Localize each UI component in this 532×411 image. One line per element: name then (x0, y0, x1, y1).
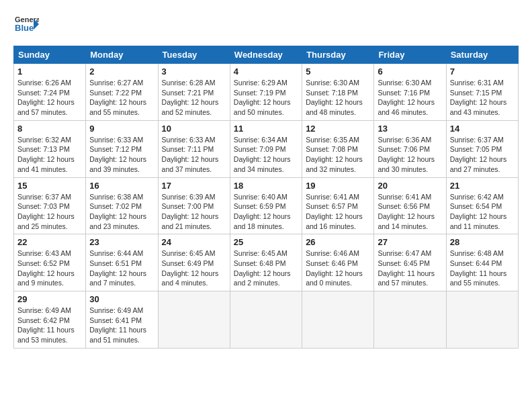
day-number: 10 (162, 124, 226, 134)
day-number: 6 (378, 66, 442, 77)
calendar-day-header: Friday (374, 46, 446, 64)
calendar-day-cell: 4 Sunrise: 6:29 AMSunset: 7:19 PMDayligh… (230, 64, 302, 121)
day-info: Sunrise: 6:33 AMSunset: 7:11 PMDaylight:… (162, 135, 226, 175)
calendar-day-cell (230, 291, 302, 349)
day-number: 3 (162, 66, 226, 77)
calendar-day-header: Wednesday (230, 46, 302, 64)
day-number: 8 (17, 124, 82, 134)
day-number: 11 (234, 124, 298, 134)
calendar-day-cell: 2 Sunrise: 6:27 AMSunset: 7:22 PMDayligh… (86, 64, 158, 121)
calendar-day-cell: 23 Sunrise: 6:44 AMSunset: 6:51 PMDaylig… (86, 234, 158, 291)
svg-text:Blue: Blue (15, 23, 34, 33)
day-number: 27 (378, 237, 442, 247)
calendar-day-cell: 12 Sunrise: 6:35 AMSunset: 7:08 PMDaylig… (302, 120, 374, 177)
day-info: Sunrise: 6:40 AMSunset: 6:59 PMDaylight:… (234, 192, 298, 232)
day-info: Sunrise: 6:33 AMSunset: 7:12 PMDaylight:… (89, 135, 154, 175)
day-info: Sunrise: 6:46 AMSunset: 6:46 PMDaylight:… (306, 248, 370, 288)
day-info: Sunrise: 6:42 AMSunset: 6:54 PMDaylight:… (450, 192, 515, 232)
day-number: 28 (450, 237, 515, 247)
day-number: 19 (306, 181, 370, 191)
day-info: Sunrise: 6:44 AMSunset: 6:51 PMDaylight:… (89, 248, 154, 288)
calendar-day-cell: 9 Sunrise: 6:33 AMSunset: 7:12 PMDayligh… (86, 120, 158, 177)
day-info: Sunrise: 6:41 AMSunset: 6:56 PMDaylight:… (378, 192, 442, 232)
calendar-body: 1 Sunrise: 6:26 AMSunset: 7:24 PMDayligh… (14, 64, 519, 349)
day-info: Sunrise: 6:47 AMSunset: 6:45 PMDaylight:… (378, 248, 442, 288)
calendar-day-header: Saturday (446, 46, 518, 64)
calendar-week-row: 8 Sunrise: 6:32 AMSunset: 7:13 PMDayligh… (14, 120, 519, 177)
day-info: Sunrise: 6:36 AMSunset: 7:06 PMDaylight:… (378, 135, 442, 175)
calendar-day-cell: 24 Sunrise: 6:45 AMSunset: 6:49 PMDaylig… (158, 234, 230, 291)
logo: General Blue (13, 12, 39, 38)
day-info: Sunrise: 6:32 AMSunset: 7:13 PMDaylight:… (17, 135, 82, 175)
calendar-day-cell: 11 Sunrise: 6:34 AMSunset: 7:09 PMDaylig… (230, 120, 302, 177)
calendar-day-cell: 1 Sunrise: 6:26 AMSunset: 7:24 PMDayligh… (14, 64, 86, 121)
calendar-day-cell: 13 Sunrise: 6:36 AMSunset: 7:06 PMDaylig… (374, 120, 446, 177)
day-info: Sunrise: 6:35 AMSunset: 7:08 PMDaylight:… (306, 135, 370, 175)
day-number: 25 (234, 237, 298, 247)
day-number: 22 (17, 237, 82, 247)
day-info: Sunrise: 6:30 AMSunset: 7:18 PMDaylight:… (306, 78, 370, 118)
calendar: SundayMondayTuesdayWednesdayThursdayFrid… (13, 46, 519, 349)
day-info: Sunrise: 6:29 AMSunset: 7:19 PMDaylight:… (234, 78, 298, 118)
calendar-day-cell: 17 Sunrise: 6:39 AMSunset: 7:00 PMDaylig… (158, 177, 230, 234)
calendar-day-cell: 22 Sunrise: 6:43 AMSunset: 6:52 PMDaylig… (14, 234, 86, 291)
day-number: 13 (378, 124, 442, 134)
calendar-day-cell: 19 Sunrise: 6:41 AMSunset: 6:57 PMDaylig… (302, 177, 374, 234)
calendar-header-row: SundayMondayTuesdayWednesdayThursdayFrid… (14, 46, 519, 64)
calendar-day-cell: 3 Sunrise: 6:28 AMSunset: 7:21 PMDayligh… (158, 64, 230, 121)
day-info: Sunrise: 6:45 AMSunset: 6:49 PMDaylight:… (162, 248, 226, 288)
day-number: 23 (89, 237, 154, 247)
day-info: Sunrise: 6:41 AMSunset: 6:57 PMDaylight:… (306, 192, 370, 232)
calendar-day-cell (446, 291, 518, 349)
day-number: 26 (306, 237, 370, 247)
calendar-day-cell (374, 291, 446, 349)
calendar-day-cell: 8 Sunrise: 6:32 AMSunset: 7:13 PMDayligh… (14, 120, 86, 177)
day-info: Sunrise: 6:43 AMSunset: 6:52 PMDaylight:… (17, 248, 82, 288)
day-number: 5 (306, 66, 370, 77)
day-number: 7 (450, 66, 515, 77)
day-number: 29 (17, 294, 82, 304)
day-number: 9 (89, 124, 154, 134)
calendar-day-cell: 26 Sunrise: 6:46 AMSunset: 6:46 PMDaylig… (302, 234, 374, 291)
day-number: 20 (378, 181, 442, 191)
calendar-week-row: 22 Sunrise: 6:43 AMSunset: 6:52 PMDaylig… (14, 234, 519, 291)
calendar-day-header: Tuesday (158, 46, 230, 64)
day-info: Sunrise: 6:49 AMSunset: 6:41 PMDaylight:… (89, 306, 154, 345)
day-info: Sunrise: 6:37 AMSunset: 7:05 PMDaylight:… (450, 135, 515, 175)
day-info: Sunrise: 6:37 AMSunset: 7:03 PMDaylight:… (17, 192, 82, 232)
calendar-day-cell: 14 Sunrise: 6:37 AMSunset: 7:05 PMDaylig… (446, 120, 518, 177)
calendar-day-cell: 15 Sunrise: 6:37 AMSunset: 7:03 PMDaylig… (14, 177, 86, 234)
calendar-day-cell: 25 Sunrise: 6:45 AMSunset: 6:48 PMDaylig… (230, 234, 302, 291)
calendar-day-cell: 16 Sunrise: 6:38 AMSunset: 7:02 PMDaylig… (86, 177, 158, 234)
calendar-day-header: Sunday (14, 46, 86, 64)
calendar-week-row: 15 Sunrise: 6:37 AMSunset: 7:03 PMDaylig… (14, 177, 519, 234)
day-info: Sunrise: 6:34 AMSunset: 7:09 PMDaylight:… (234, 135, 298, 175)
day-info: Sunrise: 6:31 AMSunset: 7:15 PMDaylight:… (450, 78, 515, 118)
day-number: 1 (17, 66, 82, 77)
calendar-week-row: 29 Sunrise: 6:49 AMSunset: 6:42 PMDaylig… (14, 291, 519, 349)
day-number: 2 (89, 66, 154, 77)
calendar-day-cell: 18 Sunrise: 6:40 AMSunset: 6:59 PMDaylig… (230, 177, 302, 234)
day-info: Sunrise: 6:49 AMSunset: 6:42 PMDaylight:… (17, 306, 82, 345)
day-number: 21 (450, 181, 515, 191)
day-info: Sunrise: 6:26 AMSunset: 7:24 PMDaylight:… (17, 78, 82, 118)
calendar-day-cell: 29 Sunrise: 6:49 AMSunset: 6:42 PMDaylig… (14, 291, 86, 349)
header: General Blue (13, 12, 519, 38)
calendar-day-cell: 27 Sunrise: 6:47 AMSunset: 6:45 PMDaylig… (374, 234, 446, 291)
day-info: Sunrise: 6:39 AMSunset: 7:00 PMDaylight:… (162, 192, 226, 232)
logo-svg: General Blue (13, 12, 39, 38)
calendar-day-header: Thursday (302, 46, 374, 64)
day-info: Sunrise: 6:48 AMSunset: 6:44 PMDaylight:… (450, 248, 515, 288)
calendar-day-header: Monday (86, 46, 158, 64)
calendar-week-row: 1 Sunrise: 6:26 AMSunset: 7:24 PMDayligh… (14, 64, 519, 121)
calendar-day-cell: 30 Sunrise: 6:49 AMSunset: 6:41 PMDaylig… (86, 291, 158, 349)
calendar-day-cell (302, 291, 374, 349)
day-number: 17 (162, 181, 226, 191)
calendar-day-cell: 5 Sunrise: 6:30 AMSunset: 7:18 PMDayligh… (302, 64, 374, 121)
calendar-day-cell: 7 Sunrise: 6:31 AMSunset: 7:15 PMDayligh… (446, 64, 518, 121)
day-info: Sunrise: 6:38 AMSunset: 7:02 PMDaylight:… (89, 192, 154, 232)
page: General Blue SundayMondayTuesdayWednesda… (0, 0, 532, 411)
day-info: Sunrise: 6:27 AMSunset: 7:22 PMDaylight:… (89, 78, 154, 118)
day-info: Sunrise: 6:45 AMSunset: 6:48 PMDaylight:… (234, 248, 298, 288)
day-number: 16 (89, 181, 154, 191)
